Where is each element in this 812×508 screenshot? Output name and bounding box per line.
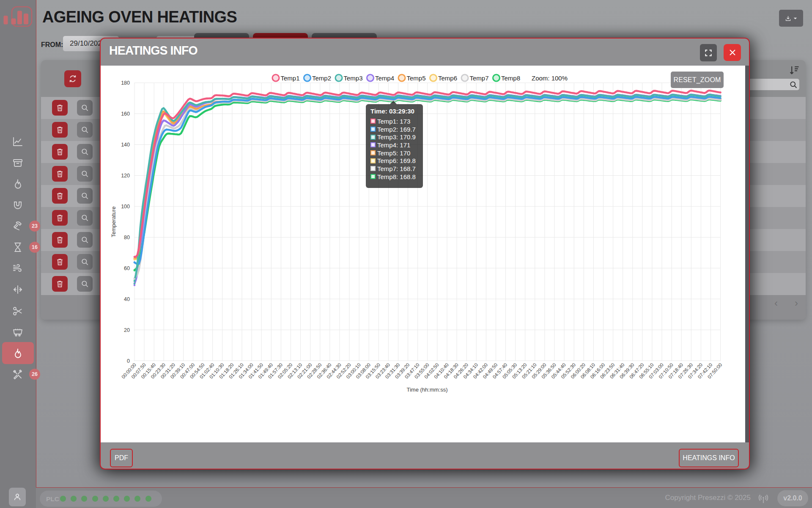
svg-text:Temperature: Temperature: [110, 207, 117, 237]
svg-text:Temp1: Temp1: [281, 75, 300, 82]
svg-text:Temp2: Temp2: [312, 75, 331, 82]
svg-text:40: 40: [124, 296, 130, 302]
svg-text:80: 80: [124, 235, 130, 240]
svg-text:160: 160: [121, 111, 130, 117]
svg-text:Temp4: Temp4: [375, 75, 394, 82]
svg-text:0: 0: [127, 358, 130, 364]
svg-text:60: 60: [124, 265, 130, 271]
svg-text:Time (hh:mm:ss): Time (hh:mm:ss): [406, 387, 447, 393]
svg-text:Zoom: 100%: Zoom: 100%: [532, 75, 568, 82]
svg-text:Temp7: Temp7: [470, 75, 489, 82]
svg-text:20: 20: [124, 327, 130, 333]
svg-text:Temp6: Temp6: [438, 75, 457, 82]
svg-text:Temp8: Temp8: [501, 75, 520, 82]
svg-text:120: 120: [121, 173, 130, 179]
svg-text:140: 140: [121, 142, 130, 148]
svg-text:100: 100: [121, 204, 130, 210]
svg-text:180: 180: [121, 80, 130, 86]
svg-text:Temp3: Temp3: [344, 75, 363, 82]
svg-text:Temp5: Temp5: [407, 75, 426, 82]
